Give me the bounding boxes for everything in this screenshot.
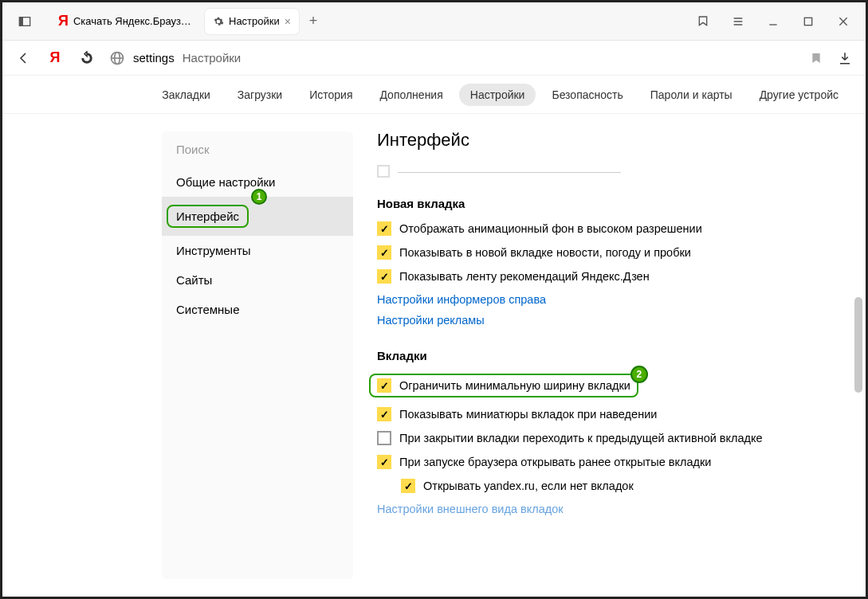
sidebar-search[interactable]: Поиск [162, 131, 353, 167]
scrollbar-thumb[interactable] [854, 297, 862, 393]
sidebar-item-system[interactable]: Системные [162, 295, 353, 324]
checkbox-icon[interactable] [377, 269, 391, 284]
badge-2: 2 [630, 366, 648, 383]
tab-title: Настройки [229, 15, 280, 27]
window-titlebar: Я Скачать Яндекс.Браузер д Настройки × + [2, 2, 866, 41]
gear-icon [213, 16, 224, 27]
option-open-yandex-if-empty[interactable]: Открывать yandex.ru, если нет вкладок [401, 479, 842, 493]
browser-tab-yandex-download[interactable]: Я Скачать Яндекс.Браузер д [50, 9, 202, 34]
reload-button[interactable] [77, 49, 96, 68]
sidebar-item-interface[interactable]: Интерфейс 1 [162, 197, 353, 236]
checkbox-icon[interactable] [377, 245, 391, 260]
truncated-option: ———————————————————— [377, 165, 842, 178]
site-icon [109, 50, 125, 66]
yandex-favicon: Я [58, 13, 69, 29]
checkbox-icon[interactable] [377, 455, 391, 469]
browser-toolbar: Я settings Настройки [2, 41, 866, 76]
nav-bookmarks[interactable]: Закладки [151, 84, 222, 106]
yandex-home-button[interactable]: Я [45, 49, 65, 68]
option-news-weather[interactable]: Показывать в новой вкладке новости, пого… [377, 245, 842, 260]
window-maximize-button[interactable] [794, 7, 823, 36]
svg-rect-2 [804, 18, 811, 25]
badge-1: 1 [251, 189, 267, 205]
checkbox-icon[interactable] [377, 221, 391, 236]
addr-path: Настройки [183, 51, 242, 65]
link-ad-settings[interactable]: Настройки рекламы [377, 314, 842, 327]
back-button[interactable] [14, 49, 33, 68]
nav-settings[interactable]: Настройки [459, 84, 536, 106]
option-reopen-tabs[interactable]: При запуске браузера открывать ранее отк… [377, 455, 842, 469]
settings-main: Интерфейс ———————————————————— Новая вкл… [353, 114, 866, 597]
tab-title: Скачать Яндекс.Браузер д [73, 15, 194, 27]
settings-nav: Закладки Загрузки История Дополнения Нас… [2, 76, 866, 114]
browser-tab-settings[interactable]: Настройки × [205, 9, 299, 34]
option-min-tab-width[interactable]: Ограничить минимальную ширину вкладки 2 [377, 374, 842, 397]
new-tab-button[interactable]: + [302, 13, 324, 29]
addr-host: settings [133, 51, 175, 65]
highlight-badge-1: Интерфейс [167, 205, 249, 228]
nav-passwords[interactable]: Пароли и карты [639, 84, 744, 106]
page-title: Интерфейс [377, 130, 842, 151]
option-close-to-prev[interactable]: При закрытии вкладки переходить к предыд… [377, 431, 842, 445]
settings-sidebar: Поиск Общие настройки Интерфейс 1 Инстру… [162, 131, 353, 579]
tab-close-icon[interactable]: × [285, 15, 291, 28]
highlight-badge-2: Ограничить минимальную ширину вкладки 2 [369, 374, 638, 397]
address-bar[interactable]: settings Настройки [109, 50, 823, 66]
svg-rect-1 [19, 17, 23, 25]
checkbox-icon[interactable] [401, 479, 415, 493]
section-newtab-title: Новая вкладка [377, 197, 842, 210]
sidebar-item-tools[interactable]: Инструменты [162, 236, 353, 265]
section-tabs-title: Вкладки [377, 349, 842, 362]
option-zen-feed[interactable]: Показывать ленту рекомендаций Яндекс.Дзе… [377, 269, 842, 284]
link-informer-settings[interactable]: Настройки информеров справа [377, 293, 842, 306]
option-anim-bg[interactable]: Отображать анимационный фон в высоком ра… [377, 221, 842, 236]
checkbox-icon[interactable] [377, 431, 391, 445]
disabled-checkbox [377, 165, 390, 178]
menu-button[interactable] [724, 7, 752, 36]
nav-downloads[interactable]: Загрузки [226, 84, 293, 106]
nav-security[interactable]: Безопасность [540, 84, 634, 106]
option-tab-thumbnails[interactable]: Показывать миниатюры вкладок при наведен… [377, 407, 842, 421]
checkbox-icon[interactable] [377, 407, 391, 421]
sidebar-item-sites[interactable]: Сайты [162, 265, 353, 295]
link-tab-appearance[interactable]: Настройки внешнего вида вкладок [377, 503, 842, 515]
window-minimize-button[interactable] [759, 7, 787, 36]
nav-addons[interactable]: Дополнения [368, 84, 454, 106]
reading-mode-button[interactable] [689, 7, 717, 36]
downloads-button[interactable] [835, 49, 854, 68]
nav-history[interactable]: История [298, 84, 363, 106]
bookmark-icon[interactable] [810, 52, 823, 65]
sidebar-toggle-button[interactable] [10, 7, 39, 36]
window-close-button[interactable] [829, 7, 858, 36]
settings-content: Поиск Общие настройки Интерфейс 1 Инстру… [2, 114, 866, 597]
checkbox-icon[interactable] [377, 378, 391, 393]
nav-other-devices[interactable]: Другие устройс [748, 84, 850, 106]
